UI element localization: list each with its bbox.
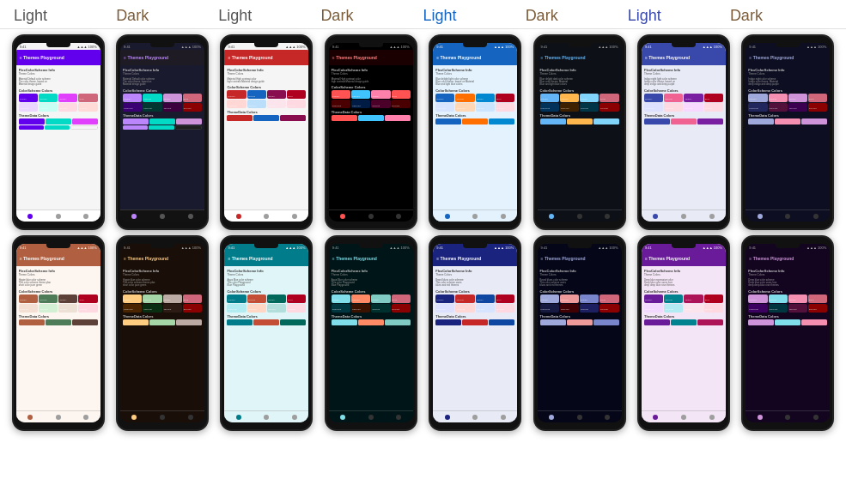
notch-6 (568, 43, 592, 47)
phone-indigo-night-light: 9:41 ▲▲▲ 100% ≡ Themes Playground FlexCo… (637, 34, 730, 230)
screen-hbd: 9:41 ▲▲▲ 100% ≡ Themes Playground FlexCo… (120, 244, 204, 422)
header-col-3: Light (218, 7, 320, 25)
bottom-nav-2 (120, 209, 204, 222)
color-grid-5: Primary Second Tertiary Error PrimCont S… (435, 94, 514, 112)
phone-deep-blue-dark: 9:41 ▲▲▲ 100% ≡ Themes Playground FlexCo… (741, 235, 834, 431)
app-bar-8: ≡ Themes Playground (746, 50, 830, 65)
bottom-nav-7 (642, 209, 726, 222)
color-grid-8: Primary Second Tertiary Error PrimCont S… (748, 94, 827, 112)
content-9: FlexColorScheme Info Theme Colors Hippie… (16, 266, 100, 329)
notch-9 (46, 244, 70, 248)
screen-abl: 9:41 ▲▲▲ 100% ≡ Themes Playground FlexCo… (224, 244, 308, 422)
screen-bdl: 9:41 ▲▲▲ 100% ≡ Themes Playground FlexCo… (433, 43, 517, 222)
content-15: FlexColorScheme Info Theme Colors Deep b… (642, 266, 726, 329)
phone-brand-blues-dark: 9:41 ▲▲▲ 100% ≡ Themes Playground FlexCo… (533, 235, 626, 431)
color-grid-6: Primary Second Tertiary Error PrimCont S… (540, 94, 619, 112)
phone-brand-blues-light: 9:41 ▲▲▲ 100% ≡ Themes Playground FlexCo… (429, 235, 521, 431)
color-grid-4: Primary Second Tertiary Error PrimCont S… (332, 90, 411, 108)
screen-inl: 9:41 ▲▲▲ 100% ≡ Themes Playground FlexCo… (642, 43, 726, 222)
screen-abd: 9:41 ▲▲▲ 100% ≡ Themes Playground FlexCo… (329, 244, 413, 422)
phone-wrap-4: 9:41 ▲▲▲ 100% ≡ Themes Playground FlexCo… (321, 34, 420, 230)
app-bar-13: ≡ Themes Playground (433, 251, 517, 266)
content-14: FlexColorScheme Info Theme Colors Brand … (538, 266, 622, 329)
screen-hbl: 9:41 ▲▲▲ 100% ≡ Themes Playground FlexCo… (16, 244, 100, 422)
phone-aqua-dark: 9:41 ▲▲▲ 100% ≡ Themes Playground FlexCo… (325, 235, 417, 431)
phone-blue-delight-light: 9:41 ▲▲▲ 100% ≡ Themes Playground FlexCo… (429, 34, 521, 230)
notch-2 (150, 43, 174, 47)
color-grid-12: Primary Second Tertiary Error PrimCont S… (332, 295, 411, 313)
content-12: FlexColorScheme Info Theme Colors Aqua B… (329, 266, 413, 329)
phone-indigo-night-dark: 9:41 ▲▲▲ 100% ≡ Themes Playground FlexCo… (741, 34, 834, 230)
phone-high-contrast-dark: 9:41 ▲▲▲ 100% ≡ Themes Playground FlexCo… (325, 34, 417, 230)
content-13: FlexColorScheme Info Theme Colors Brand … (433, 266, 517, 329)
phone-wrap-7: 9:41 ▲▲▲ 100% ≡ Themes Playground FlexCo… (634, 34, 733, 230)
screen-hcl: 9:41 ▲▲▲ 100% ≡ Themes Playground FlexCo… (224, 43, 308, 222)
bottom-nav-6 (538, 209, 622, 222)
header-col-2: Dark (116, 7, 218, 25)
color-grid-7: Primary Second Tertiary Error PrimCont S… (644, 94, 723, 112)
phone-hippie-dark: 9:41 ▲▲▲ 100% ≡ Themes Playground FlexCo… (116, 235, 209, 431)
header-col-6: Dark (526, 7, 628, 25)
bottom-nav-14 (538, 410, 622, 422)
header-col-1: Light (14, 7, 116, 25)
app-bar-14: ≡ Themes Playground (538, 251, 622, 266)
bottom-nav-1 (16, 209, 100, 222)
bottom-nav-8 (746, 209, 830, 222)
phone-wrap-3: 9:41 ▲▲▲ 100% ≡ Themes Playground FlexCo… (217, 34, 316, 230)
notch-10 (150, 244, 174, 248)
screen-ind: 9:41 ▲▲▲ 100% ≡ Themes Playground FlexCo… (746, 43, 830, 222)
app-bar-16: ≡ Themes Playground (746, 251, 830, 266)
bottom-nav-12 (329, 410, 413, 422)
notch-12 (359, 244, 383, 248)
bottom-nav-15 (642, 410, 726, 422)
content-4: FlexColorScheme Info Theme Colors Materi… (329, 65, 413, 124)
color-grid-15: Primary Second Tertiary Error PrimCont S… (644, 295, 723, 313)
phone-wrap-8: 9:41 ▲▲▲ 100% ≡ Themes Playground FlexCo… (739, 34, 837, 230)
screen-bbd: 9:41 ▲▲▲ 100% ≡ Themes Playground FlexCo… (538, 244, 622, 422)
notch-16 (776, 244, 800, 248)
header-col-8: Dark (730, 7, 832, 25)
notch-7 (672, 43, 696, 47)
notch-15 (672, 244, 696, 248)
bottom-nav-4 (329, 209, 413, 222)
header: Light Dark Light Dark Light Dark Light D… (0, 0, 846, 29)
bottom-nav-3 (224, 209, 308, 222)
screen-dbl: 9:41 ▲▲▲ 100% ≡ Themes Playground FlexCo… (642, 244, 726, 422)
screen-material-light: 9:41 ▲▲▲ 100% ≡ Themes Playground FlexCo… (16, 43, 100, 222)
phones-row-1: 9:41 ▲▲▲ 100% ≡ Themes Playground FlexCo… (9, 34, 837, 230)
screen-dbd: 9:41 ▲▲▲ 100% ≡ Themes Playground FlexCo… (746, 244, 830, 422)
app-bar-2: ≡ Themes Playground (120, 50, 204, 65)
phone-wrap-1: 9:41 ▲▲▲ 100% ≡ Themes Playground FlexCo… (9, 34, 107, 230)
app-bar-1: ≡ Themes Playground (16, 50, 100, 65)
app-bar-5: ≡ Themes Playground (433, 50, 517, 65)
phone-deep-blue-light: 9:41 ▲▲▲ 100% ≡ Themes Playground FlexCo… (637, 235, 730, 431)
header-col-7: Light (628, 7, 730, 25)
bottom-nav-11 (224, 410, 308, 422)
app-bar-4: ≡ Themes Playground (329, 50, 413, 65)
content-6: FlexColorScheme Info Theme Colors Blue d… (538, 65, 622, 128)
app-bar-6: ≡ Themes Playground (538, 50, 622, 65)
notch-4 (359, 43, 383, 47)
color-grid-16: Primary Second Tertiary Error PrimCont S… (748, 295, 827, 313)
content-16: FlexColorScheme Info Theme Colors Deep b… (746, 266, 830, 329)
phone-wrap-11: 9:41 ▲▲▲ 100% ≡ Themes Playground FlexCo… (217, 235, 316, 431)
bottom-nav-9 (16, 410, 100, 422)
content-8: FlexColorScheme Info Theme Colors Indigo… (746, 65, 830, 128)
color-grid-13: Primary Second Tertiary Error PrimCont S… (435, 295, 514, 313)
phone-wrap-14: 9:41 ▲▲▲ 100% ≡ Themes Playground FlexCo… (530, 235, 629, 431)
phone-wrap-9: 9:41 ▲▲▲ 100% ≡ Themes Playground FlexCo… (9, 235, 107, 431)
phone-wrap-6: 9:41 ▲▲▲ 100% ≡ Themes Playground FlexCo… (530, 34, 629, 230)
phone-blue-delight-dark: 9:41 ▲▲▲ 100% ≡ Themes Playground FlexCo… (533, 34, 626, 230)
content-2: FlexColorScheme Info Theme Colors Materi… (120, 65, 204, 133)
screen-bdd: 9:41 ▲▲▲ 100% ≡ Themes Playground FlexCo… (538, 43, 622, 222)
phone-wrap-5: 9:41 ▲▲▲ 100% ≡ Themes Playground FlexCo… (426, 34, 525, 230)
app-bar-7: ≡ Themes Playground (642, 50, 726, 65)
content-1: FlexColorScheme Info Theme Colors Materi… (16, 65, 100, 133)
color-grid-14: Primary Second Tertiary Error PrimCont S… (540, 295, 619, 313)
notch-14 (568, 244, 592, 248)
phone-wrap-12: 9:41 ▲▲▲ 100% ≡ Themes Playground FlexCo… (321, 235, 420, 431)
phone-hippie-light: 9:41 ▲▲▲ 100% ≡ Themes Playground FlexCo… (12, 235, 105, 431)
screen-bbl: 9:41 ▲▲▲ 100% ≡ Themes Playground FlexCo… (433, 244, 517, 422)
color-grid-11: Primary Second Tertiary Error PrimCont S… (227, 295, 306, 313)
bottom-nav-16 (746, 410, 830, 422)
